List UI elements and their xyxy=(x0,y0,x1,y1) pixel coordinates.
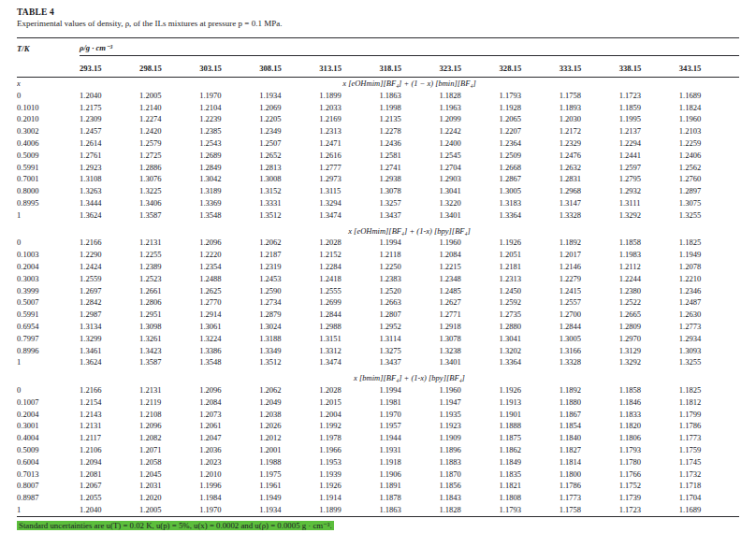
density-cell: 1.2842 xyxy=(80,296,139,309)
density-cell: 1.3098 xyxy=(139,321,199,333)
density-cell: 1.2581 xyxy=(379,150,439,162)
density-cell: 1.1812 xyxy=(679,396,739,409)
density-cell: 1.2349 xyxy=(259,125,319,137)
density-cell: 1.2476 xyxy=(560,150,619,162)
temp-header-row: 293.15298.15303.15308.15313.15318.15323.… xyxy=(17,56,739,78)
mole-fraction-cell: 0.1007 xyxy=(17,396,80,409)
density-cell: 1.1966 xyxy=(319,444,379,456)
density-cell: 1.2082 xyxy=(139,432,199,444)
density-cell: 1.1854 xyxy=(560,420,619,432)
density-cell: 1.1926 xyxy=(319,480,379,492)
density-cell: 1.2450 xyxy=(500,285,560,297)
density-cell: 1.2592 xyxy=(500,296,560,309)
density-cell: 1.2004 xyxy=(319,409,379,421)
section-header-row: xx [eOHmim][BF₄] + (1 − x) [bmin][BF₄] xyxy=(17,78,739,90)
density-cell: 1.2045 xyxy=(139,468,199,481)
mole-fraction-cell: 0.5007 xyxy=(17,296,80,309)
mole-fraction-cell: 0.3002 xyxy=(17,125,80,137)
table-row: 0.20041.21431.21081.20731.20381.20041.19… xyxy=(17,409,739,421)
density-cell: 1.2175 xyxy=(80,102,139,114)
table-row: 0.50091.21061.20711.20361.20011.19661.19… xyxy=(17,444,739,456)
density-cell: 1.1983 xyxy=(619,249,679,261)
density-cell: 1.3238 xyxy=(439,345,499,357)
density-cell: 1.2545 xyxy=(439,150,499,162)
density-cell: 1.2135 xyxy=(379,113,439,125)
x-column-label xyxy=(17,372,80,384)
density-cell: 1.3078 xyxy=(379,185,439,197)
density-cell: 1.2055 xyxy=(80,492,139,504)
density-cell: 1.2760 xyxy=(679,173,739,185)
density-cell: 1.2103 xyxy=(679,125,739,137)
table-row: 01.21661.21311.20961.20621.20281.19941.1… xyxy=(17,384,739,396)
density-cell: 1.3261 xyxy=(139,333,199,345)
density-cell: 1.3108 xyxy=(80,173,139,185)
density-cell: 1.1892 xyxy=(560,237,619,249)
table-label: TABLE 4 xyxy=(17,7,739,17)
density-cell: 1.1970 xyxy=(379,409,439,421)
density-cell: 1.1970 xyxy=(199,504,259,516)
density-cell: 1.2010 xyxy=(199,468,259,481)
density-cell: 1.2597 xyxy=(619,162,679,174)
density-cell: 1.1799 xyxy=(679,409,739,421)
density-cell: 1.3189 xyxy=(199,185,259,197)
section-title: x [bmim][BF₄] + (1-x) [bpy][BF₄] xyxy=(80,372,739,384)
density-cell: 1.3263 xyxy=(80,185,139,197)
density-cell: 1.3349 xyxy=(259,345,319,357)
density-cell: 1.1827 xyxy=(560,444,619,456)
density-cell: 1.1998 xyxy=(379,102,439,114)
density-cell: 1.2914 xyxy=(199,309,259,321)
density-cell: 1.3129 xyxy=(619,345,679,357)
table-row: 01.20401.20051.19701.19341.18991.18631.1… xyxy=(17,90,739,102)
density-cell: 1.2239 xyxy=(199,113,259,125)
density-cell: 1.3024 xyxy=(259,321,319,333)
density-cell: 1.2522 xyxy=(619,296,679,309)
density-cell: 1.3093 xyxy=(679,345,739,357)
mole-fraction-cell: 0.3999 xyxy=(17,285,80,297)
density-cell: 1.1891 xyxy=(379,480,439,492)
density-cell: 1.1858 xyxy=(619,384,679,396)
density-cell: 1.2562 xyxy=(679,162,739,174)
mole-fraction-cell: 0.7997 xyxy=(17,333,80,345)
temp-header-cell: 343.15 xyxy=(679,56,739,78)
mole-fraction-cell: 0.6004 xyxy=(17,456,80,468)
mole-fraction-cell: 0.3001 xyxy=(17,420,80,432)
density-cell: 1.1773 xyxy=(679,432,739,444)
mole-fraction-cell: 0 xyxy=(17,384,80,396)
density-cell: 1.1923 xyxy=(439,420,499,432)
density-cell: 1.2096 xyxy=(199,384,259,396)
density-cell: 1.2385 xyxy=(199,125,259,137)
density-cell: 1.1961 xyxy=(259,480,319,492)
density-cell: 1.2849 xyxy=(199,162,259,174)
density-cell: 1.3076 xyxy=(139,173,199,185)
density-cell: 1.2488 xyxy=(199,273,259,285)
density-unit-header: ρ/g · cm⁻³ xyxy=(80,38,739,56)
density-cell: 1.2290 xyxy=(80,249,139,261)
table-row: 0.80001.32631.32251.31891.31521.31151.30… xyxy=(17,185,739,197)
table-row: 0.40041.21171.20821.20471.20121.19781.19… xyxy=(17,432,739,444)
density-cell: 1.3166 xyxy=(560,345,619,357)
table-row: 0.70131.20811.20451.20101.19751.19391.19… xyxy=(17,468,739,481)
density-cell: 1.1786 xyxy=(560,480,619,492)
density-cell: 1.1994 xyxy=(379,237,439,249)
density-cell: 1.3275 xyxy=(379,345,439,357)
temp-header-spacer xyxy=(17,56,80,78)
table-row: 0.50071.28421.28061.27701.27341.26991.26… xyxy=(17,296,739,309)
density-cell: 1.1992 xyxy=(319,420,379,432)
density-cell: 1.3188 xyxy=(259,333,319,345)
table-row: 0.89961.34611.34231.33861.33491.33121.32… xyxy=(17,345,739,357)
density-cell: 1.3061 xyxy=(199,321,259,333)
density-cell: 1.2049 xyxy=(259,396,319,409)
density-cell: 1.2988 xyxy=(319,321,379,333)
density-cell: 1.2140 xyxy=(139,102,199,114)
density-cell: 1.2058 xyxy=(139,456,199,468)
density-cell: 1.3225 xyxy=(139,185,199,197)
density-cell: 1.3005 xyxy=(500,185,560,197)
density-cell: 1.3151 xyxy=(319,333,379,345)
density-cell: 1.2418 xyxy=(319,273,379,285)
density-cell: 1.1970 xyxy=(199,90,259,102)
density-cell: 1.2143 xyxy=(80,409,139,421)
density-cell: 1.1808 xyxy=(500,492,560,504)
density-cell: 1.2665 xyxy=(619,309,679,321)
density-cell: 1.1814 xyxy=(560,456,619,468)
unit-header-row: T/K ρ/g · cm⁻³ xyxy=(17,38,739,56)
